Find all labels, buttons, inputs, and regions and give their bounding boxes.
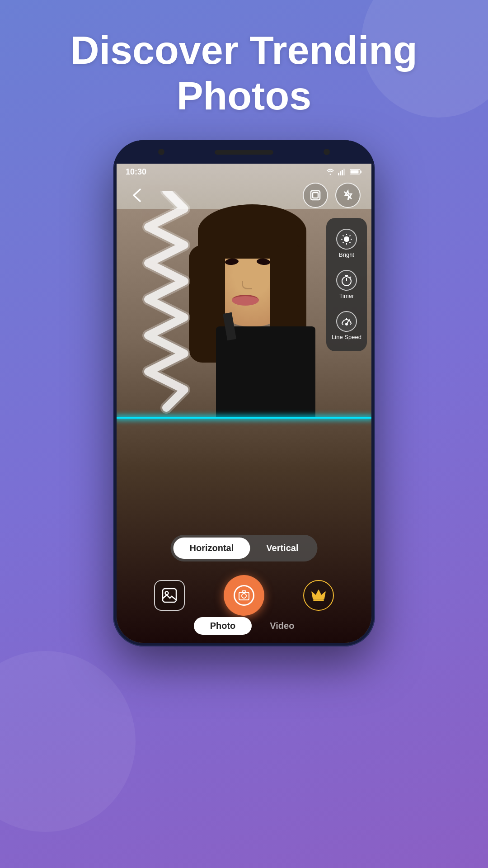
svg-line-19 [343, 242, 344, 243]
right-controls [303, 183, 361, 208]
svg-rect-3 [343, 169, 345, 175]
flash-off-icon [342, 189, 354, 201]
timer-icon [340, 274, 353, 287]
signal-icon [338, 168, 347, 175]
svg-point-32 [242, 594, 246, 598]
photo-mode-button[interactable]: Photo [194, 617, 252, 635]
nose-shape [242, 281, 252, 289]
phone-screen: 10:30 [117, 164, 371, 643]
flash-button[interactable] [335, 183, 361, 208]
hero-title: Discover Trending Photos [0, 27, 488, 118]
scan-line [117, 417, 371, 419]
hero-title-line1: Discover Trending [70, 28, 418, 72]
camera-shutter-icon [238, 590, 250, 601]
gallery-icon [161, 587, 178, 604]
sensor-icon [324, 149, 330, 155]
shutter-inner [234, 585, 254, 606]
svg-point-25 [346, 323, 347, 325]
status-icons [325, 168, 362, 175]
svg-rect-5 [361, 171, 362, 173]
frame-button[interactable] [303, 183, 328, 208]
battery-icon [350, 169, 362, 175]
speedometer-icon [340, 315, 353, 328]
bright-control[interactable]: Bright [326, 224, 367, 263]
zigzag-effect [130, 191, 202, 417]
svg-rect-2 [342, 170, 343, 175]
status-time: 10:30 [126, 167, 146, 177]
gallery-button[interactable] [154, 580, 185, 611]
svg-line-18 [350, 236, 351, 236]
svg-rect-0 [338, 173, 339, 175]
line-speed-label: Line Speed [332, 334, 361, 340]
svg-line-17 [350, 242, 351, 243]
speaker-notch [215, 150, 273, 155]
vertical-button[interactable]: Vertical [250, 538, 314, 559]
svg-line-16 [343, 236, 344, 236]
frame-icon [310, 189, 321, 201]
lips-shape [232, 295, 259, 306]
svg-rect-29 [163, 589, 176, 602]
svg-rect-6 [351, 170, 359, 174]
body-shape [216, 326, 315, 417]
bright-icon-container [336, 229, 357, 250]
svg-rect-1 [340, 171, 341, 175]
side-panel: Bright Timer [326, 218, 367, 351]
top-controls [117, 183, 371, 208]
timer-icon-container [336, 270, 357, 291]
bg-decoration-bottom [0, 651, 136, 832]
mode-selector: Photo Video [117, 617, 371, 635]
line-speed-control[interactable]: Line Speed [326, 307, 367, 345]
wifi-icon [325, 168, 335, 175]
svg-rect-8 [313, 193, 318, 198]
bright-label: Bright [339, 251, 354, 258]
phone-frame: 10:30 [113, 140, 375, 646]
svg-rect-34 [313, 599, 324, 601]
back-button[interactable] [127, 184, 149, 206]
brightness-icon [340, 233, 353, 245]
premium-button[interactable] [303, 580, 334, 611]
front-camera-icon [158, 149, 164, 155]
status-bar: 10:30 [117, 164, 371, 180]
timer-control[interactable]: Timer [326, 265, 367, 304]
hero-title-line2: Photos [177, 73, 311, 118]
svg-line-24 [350, 277, 351, 278]
crown-icon [310, 587, 327, 604]
bottom-controls [117, 575, 371, 616]
video-mode-button[interactable]: Video [270, 621, 294, 631]
phone-notch [113, 140, 375, 164]
horizontal-button[interactable]: Horizontal [174, 538, 250, 559]
shutter-button[interactable] [224, 575, 264, 616]
back-arrow-icon [130, 189, 146, 202]
timer-label: Timer [339, 292, 354, 299]
orientation-selector: Horizontal Vertical [171, 535, 318, 561]
line-speed-icon-container [336, 311, 357, 332]
